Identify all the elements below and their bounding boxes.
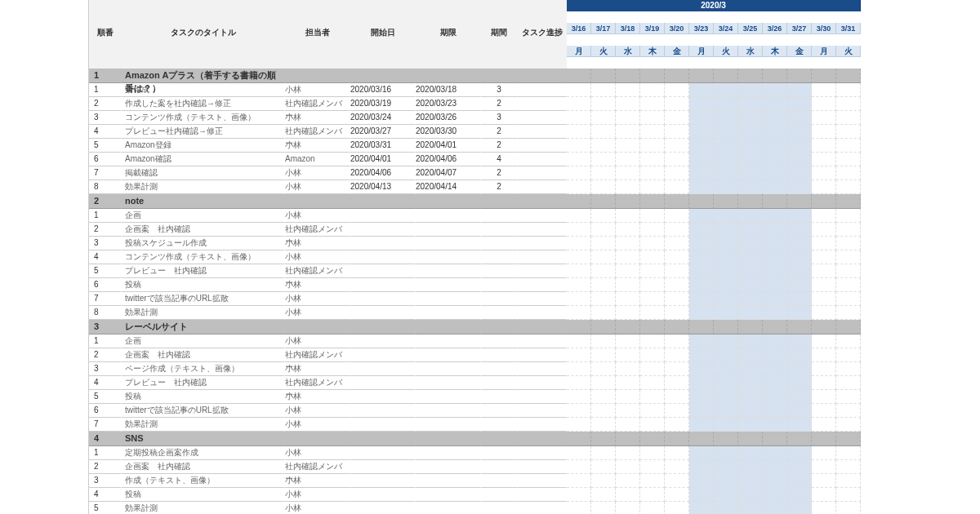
calendar-cell[interactable]: [567, 292, 591, 306]
calendar-cell[interactable]: [787, 166, 812, 180]
calendar-cell[interactable]: [665, 166, 689, 180]
calendar-cell[interactable]: [689, 362, 714, 376]
calendar-cell[interactable]: [738, 180, 763, 194]
calendar-cell[interactable]: [763, 250, 787, 264]
task-progress[interactable]: [518, 488, 567, 502]
calendar-cell[interactable]: [763, 125, 787, 139]
calendar-cell[interactable]: [567, 474, 591, 488]
calendar-cell[interactable]: [787, 250, 812, 264]
calendar-cell[interactable]: [567, 418, 591, 432]
calendar-cell[interactable]: [836, 376, 861, 390]
task-progress[interactable]: [518, 292, 567, 306]
calendar-cell[interactable]: [714, 278, 738, 292]
calendar-cell[interactable]: [714, 153, 738, 166]
calendar-cell[interactable]: [665, 237, 689, 250]
task-progress[interactable]: [518, 335, 567, 348]
calendar-cell[interactable]: [665, 390, 689, 404]
calendar-cell[interactable]: [665, 139, 689, 153]
calendar-cell[interactable]: [738, 390, 763, 404]
calendar-cell[interactable]: [616, 111, 640, 125]
calendar-cell[interactable]: [812, 209, 836, 223]
calendar-cell[interactable]: [763, 223, 787, 237]
calendar-cell[interactable]: [763, 180, 787, 194]
calendar-cell[interactable]: [640, 278, 665, 292]
calendar-cell[interactable]: [567, 446, 591, 460]
calendar-cell[interactable]: [787, 502, 812, 514]
calendar-cell[interactable]: [787, 209, 812, 223]
calendar-cell[interactable]: [640, 460, 665, 474]
calendar-cell[interactable]: [567, 335, 591, 348]
calendar-cell[interactable]: [763, 362, 787, 376]
calendar-cell[interactable]: [836, 83, 861, 97]
calendar-cell[interactable]: [714, 223, 738, 237]
calendar-cell[interactable]: [567, 180, 591, 194]
calendar-cell[interactable]: [640, 180, 665, 194]
task-progress[interactable]: [518, 153, 567, 166]
calendar-cell[interactable]: [812, 180, 836, 194]
calendar-cell[interactable]: [812, 278, 836, 292]
calendar-cell[interactable]: [812, 474, 836, 488]
calendar-cell[interactable]: [763, 348, 787, 362]
task-progress[interactable]: [518, 446, 567, 460]
calendar-cell[interactable]: [689, 292, 714, 306]
calendar-cell[interactable]: [738, 474, 763, 488]
calendar-cell[interactable]: [616, 180, 640, 194]
calendar-cell[interactable]: [763, 376, 787, 390]
calendar-cell[interactable]: [812, 418, 836, 432]
calendar-cell[interactable]: [812, 264, 836, 278]
calendar-cell[interactable]: [616, 502, 640, 514]
calendar-cell[interactable]: [616, 223, 640, 237]
calendar-cell[interactable]: [738, 418, 763, 432]
calendar-cell[interactable]: [689, 180, 714, 194]
calendar-cell[interactable]: [567, 404, 591, 418]
calendar-cell[interactable]: [763, 502, 787, 514]
calendar-cell[interactable]: [640, 335, 665, 348]
calendar-cell[interactable]: [787, 390, 812, 404]
calendar-cell[interactable]: [591, 335, 616, 348]
calendar-cell[interactable]: [836, 209, 861, 223]
calendar-cell[interactable]: [738, 125, 763, 139]
calendar-cell[interactable]: [689, 418, 714, 432]
calendar-cell[interactable]: [689, 153, 714, 166]
calendar-cell[interactable]: [836, 362, 861, 376]
calendar-cell[interactable]: [836, 306, 861, 320]
calendar-cell[interactable]: [689, 125, 714, 139]
calendar-cell[interactable]: [812, 83, 836, 97]
calendar-cell[interactable]: [836, 153, 861, 166]
calendar-cell[interactable]: [787, 335, 812, 348]
calendar-cell[interactable]: [616, 348, 640, 362]
calendar-cell[interactable]: [567, 111, 591, 125]
calendar-cell[interactable]: [836, 488, 861, 502]
calendar-cell[interactable]: [567, 125, 591, 139]
calendar-cell[interactable]: [640, 250, 665, 264]
calendar-cell[interactable]: [665, 376, 689, 390]
calendar-cell[interactable]: [738, 139, 763, 153]
calendar-cell[interactable]: [591, 278, 616, 292]
calendar-cell[interactable]: [689, 488, 714, 502]
calendar-cell[interactable]: [616, 404, 640, 418]
calendar-cell[interactable]: [787, 180, 812, 194]
calendar-cell[interactable]: [714, 264, 738, 278]
calendar-cell[interactable]: [714, 474, 738, 488]
calendar-cell[interactable]: [689, 335, 714, 348]
calendar-cell[interactable]: [616, 390, 640, 404]
calendar-cell[interactable]: [714, 460, 738, 474]
calendar-cell[interactable]: [738, 111, 763, 125]
calendar-cell[interactable]: [738, 502, 763, 514]
calendar-cell[interactable]: [616, 474, 640, 488]
calendar-cell[interactable]: [567, 166, 591, 180]
calendar-cell[interactable]: [714, 376, 738, 390]
calendar-cell[interactable]: [763, 390, 787, 404]
calendar-cell[interactable]: [714, 488, 738, 502]
calendar-cell[interactable]: [763, 209, 787, 223]
calendar-cell[interactable]: [591, 502, 616, 514]
calendar-cell[interactable]: [616, 362, 640, 376]
calendar-cell[interactable]: [689, 209, 714, 223]
calendar-cell[interactable]: [787, 223, 812, 237]
calendar-cell[interactable]: [714, 446, 738, 460]
calendar-cell[interactable]: [787, 474, 812, 488]
calendar-cell[interactable]: [689, 306, 714, 320]
calendar-cell[interactable]: [714, 306, 738, 320]
calendar-cell[interactable]: [763, 460, 787, 474]
calendar-cell[interactable]: [689, 139, 714, 153]
